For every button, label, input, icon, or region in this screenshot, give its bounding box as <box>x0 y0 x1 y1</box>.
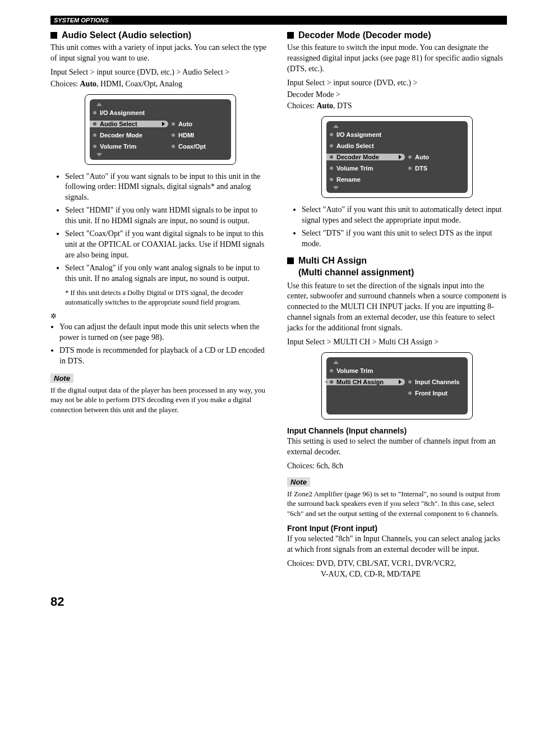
section-title-decoder-mode: Decoder Mode (Decoder mode) <box>287 30 507 40</box>
section-title-text: Decoder Mode (Decoder mode) <box>298 30 431 40</box>
audio-select-path: Input Select > input source (DVD, etc.) … <box>50 67 270 78</box>
tip-item: DTS mode is recommended for playback of … <box>59 345 270 367</box>
decoder-mode-choices: Choices: Auto, DTS <box>287 101 507 112</box>
osd-item-selected: Audio Select <box>100 121 137 127</box>
osd-arrow-up-icon <box>333 361 339 364</box>
osd-option: Auto <box>415 154 429 160</box>
section-subtitle-text: (Multi channel assignment) <box>298 268 414 277</box>
input-channels-desc: This setting is used to select the numbe… <box>287 436 507 458</box>
front-input-choices-l2: V-AUX, CD, CD-R, MD/TAPE <box>321 569 507 580</box>
osd-left-arrow-icon <box>325 380 328 384</box>
right-column: Decoder Mode (Decoder mode) Use this fea… <box>287 30 507 583</box>
square-bullet-icon <box>50 32 57 39</box>
osd-right-arrow-icon <box>162 122 165 126</box>
osd-option: HDMI <box>178 132 194 139</box>
bullet-item: Select "Auto" if you want this unit to a… <box>302 205 507 226</box>
decoder-mode-intro: Use this feature to switch the input mod… <box>287 43 507 75</box>
front-input-choices: Choices: DVD, DTV, CBL/SAT, VCR1, DVR/VC… <box>287 559 507 569</box>
osd-item: Decoder Mode <box>100 132 142 139</box>
osd-option: Auto <box>178 121 192 127</box>
osd-arrow-up-icon <box>96 103 102 106</box>
osd-decoder-mode: I/O Assignment Audio Select Decoder Mode… <box>321 116 473 198</box>
osd-option: DTS <box>415 165 427 172</box>
section-title-text: Audio Select (Audio selection) <box>62 30 191 40</box>
osd-option: Coax/Opt <box>178 143 206 150</box>
square-bullet-icon <box>287 257 294 264</box>
front-input-desc: If you selected "8ch" in Input Channels,… <box>287 534 507 555</box>
multi-ch-intro: Use this feature to set the direction of… <box>287 281 507 334</box>
tip-item: You can adjust the default input mode th… <box>59 322 270 343</box>
note-label: Note <box>50 374 73 383</box>
osd-item-selected: Decoder Mode <box>336 154 379 160</box>
bullet-item: Select "DTS" if you want this unit to se… <box>302 228 507 250</box>
osd-item: I/O Assignment <box>100 109 145 116</box>
osd-option: Front Input <box>415 390 448 397</box>
osd-item: I/O Assignment <box>336 131 381 138</box>
section-title-text: Multi CH Assign <box>298 256 367 265</box>
note-text: If the digital output data of the player… <box>50 385 270 415</box>
osd-item: Volume Trim <box>100 143 136 150</box>
audio-select-intro: This unit comes with a variety of input … <box>50 43 270 64</box>
osd-item: Volume Trim <box>336 367 373 374</box>
osd-right-arrow-icon <box>399 380 402 384</box>
osd-right-arrow-icon <box>399 155 402 159</box>
osd-option: Input Channels <box>415 379 459 385</box>
osd-arrow-down-icon <box>96 153 102 156</box>
osd-audio-select: I/O Assignment Audio Select Auto Decoder… <box>85 94 236 165</box>
decoder-mode-bullets: Select "Auto" if you want this unit to a… <box>287 205 507 250</box>
osd-arrow-down-icon <box>333 186 339 190</box>
bullet-item: Select "Analog" if you only want analog … <box>65 263 270 284</box>
decoder-mode-path2: Decoder Mode > <box>287 90 507 100</box>
osd-item: Rename <box>336 176 361 183</box>
section-title-audio-select: Audio Select (Audio selection) <box>50 30 270 40</box>
audio-select-tips: You can adjust the default input mode th… <box>50 322 270 367</box>
left-column: Audio Select (Audio selection) This unit… <box>50 30 270 583</box>
audio-select-footnote: * If this unit detects a Dolby Digital o… <box>65 288 270 307</box>
audio-select-bullets: Select "Auto" if you want signals to be … <box>50 172 270 284</box>
input-channels-choices: Choices: 6ch, 8ch <box>287 461 507 472</box>
bullet-item: Select "Auto" if you want signals to be … <box>65 172 270 204</box>
osd-arrow-up-icon <box>333 125 339 128</box>
audio-select-choices: Choices: Auto, HDMI, Coax/Opt, Analog <box>50 79 270 90</box>
square-bullet-icon <box>287 32 294 39</box>
note-text: If Zone2 Amplifier (page 96) is set to "… <box>287 489 507 519</box>
osd-item: Volume Trim <box>336 165 373 172</box>
subsection-input-channels: Input Channels (Input channels) <box>287 426 507 435</box>
subsection-front-input: Front Input (Front input) <box>287 524 507 533</box>
note-label: Note <box>287 477 310 487</box>
decoder-mode-path: Input Select > input source (DVD, etc.) … <box>287 78 507 89</box>
header-bar: SYSTEM OPTIONS <box>50 16 507 25</box>
osd-item: Audio Select <box>336 142 374 149</box>
tip-icon: ✲ <box>50 312 270 321</box>
bullet-item: Select "HDMI" if you only want HDMI sign… <box>65 205 270 227</box>
multi-ch-path: Input Select > MULTI CH > Multi CH Assig… <box>287 337 507 348</box>
osd-item-selected: Multi CH Assign <box>336 379 384 385</box>
osd-multi-ch: Volume Trim Multi CH Assign Input Channe… <box>321 352 473 420</box>
page-number: 82 <box>50 594 507 609</box>
bullet-item: Select "Coax/Opt" if you want digital si… <box>65 229 270 261</box>
section-title-multi-ch: Multi CH Assign (Multi channel assignmen… <box>287 255 507 279</box>
